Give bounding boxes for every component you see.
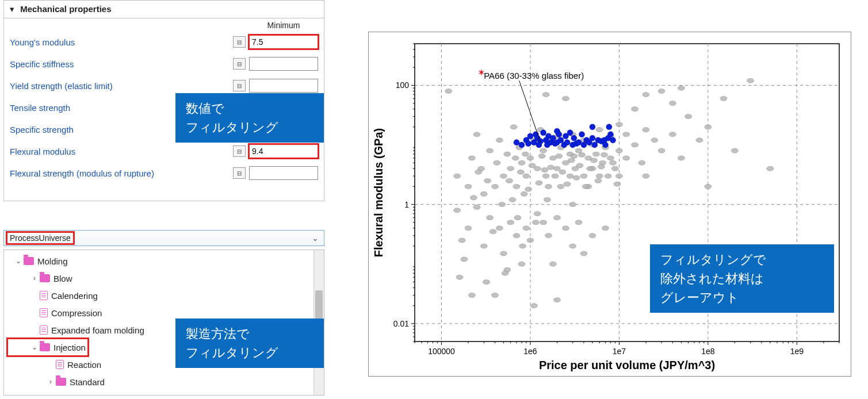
property-name[interactable]: Yield strength (elastic limit) [10, 81, 233, 91]
svg-point-195 [632, 143, 638, 147]
svg-point-301 [610, 137, 615, 143]
svg-point-232 [525, 187, 532, 191]
chevron-right-icon[interactable]: › [45, 378, 56, 386]
svg-point-252 [595, 178, 602, 183]
svg-point-242 [559, 170, 566, 174]
callout-line: 数値で [186, 99, 313, 118]
svg-point-199 [643, 92, 649, 97]
svg-text:Flexural modulus (GPa): Flexural modulus (GPa) [372, 128, 385, 257]
svg-point-299 [606, 124, 612, 130]
svg-point-203 [658, 148, 665, 153]
tree-node[interactable]: › Standard [7, 373, 320, 390]
svg-point-273 [550, 135, 556, 141]
tree-node-label: Molding [37, 256, 68, 266]
svg-point-247 [576, 163, 583, 168]
svg-point-292 [590, 135, 595, 141]
svg-point-225 [506, 178, 513, 183]
property-name[interactable]: Specific stiffness [10, 59, 233, 69]
svg-point-117 [480, 191, 487, 196]
svg-text:Price per unit volume (JPY/m^3: Price per unit volume (JPY/m^3) [539, 359, 715, 371]
svg-point-152 [545, 184, 552, 189]
range-icon[interactable]: ⊟ [233, 36, 246, 48]
svg-point-193 [623, 156, 630, 160]
chevron-down-icon[interactable]: ⌄ [29, 343, 40, 351]
svg-point-220 [484, 178, 491, 183]
chevron-down-icon[interactable]: ⌄ [13, 257, 24, 265]
svg-point-105 [445, 89, 452, 93]
svg-point-284 [571, 135, 577, 141]
svg-point-257 [614, 182, 621, 186]
file-icon [40, 308, 48, 317]
column-header-row: Minimum [4, 18, 324, 31]
min-input[interactable] [249, 79, 318, 93]
min-input[interactable] [249, 144, 318, 158]
svg-point-254 [601, 152, 608, 157]
min-input[interactable] [249, 35, 318, 49]
svg-point-189 [611, 166, 618, 171]
property-name[interactable]: Flexural modulus [10, 147, 233, 156]
chevron-down-icon: ⌄ [310, 233, 320, 243]
svg-point-130 [507, 166, 514, 171]
range-icon[interactable]: ⊟ [233, 58, 246, 70]
svg-text:1e9: 1e9 [790, 347, 804, 356]
svg-line-303 [519, 80, 541, 143]
tree-node[interactable]: ⌄ Molding [7, 252, 320, 270]
svg-point-291 [590, 124, 595, 130]
tree-node-label: Blow [53, 274, 72, 283]
process-combo[interactable]: ProcessUniverse ⌄ [3, 230, 324, 246]
property-name[interactable]: Flexural strength (modulus of rupture) [10, 168, 233, 178]
svg-point-234 [532, 220, 539, 225]
svg-point-255 [605, 174, 611, 178]
panel-header[interactable]: ▾ Mechanical properties [4, 1, 324, 18]
min-input[interactable] [249, 166, 318, 180]
svg-point-180 [589, 233, 596, 238]
svg-point-106 [454, 174, 461, 178]
svg-point-205 [669, 132, 676, 137]
tree-node[interactable]: ⌄ Injection [7, 339, 88, 356]
svg-point-127 [500, 251, 507, 256]
svg-point-172 [575, 220, 582, 225]
svg-point-224 [502, 271, 508, 275]
svg-point-207 [678, 86, 685, 90]
svg-point-125 [496, 226, 503, 231]
property-name[interactable]: Young's modulus [10, 37, 233, 47]
svg-point-297 [602, 142, 608, 148]
svg-point-141 [527, 156, 534, 160]
svg-point-168 [569, 202, 576, 207]
range-icon[interactable]: ⊟ [233, 167, 246, 179]
svg-point-202 [658, 89, 665, 93]
svg-point-174 [580, 174, 587, 178]
svg-point-250 [587, 166, 594, 171]
scatter-chart[interactable]: 1000001e61e71e81e90.011100✶PA66 (30-33% … [368, 32, 851, 377]
svg-point-144 [530, 304, 537, 308]
svg-point-229 [517, 170, 524, 174]
range-icon[interactable]: ⊟ [233, 80, 246, 91]
svg-point-156 [553, 166, 560, 171]
svg-point-216 [767, 166, 774, 171]
tree-node-label: Reaction [67, 360, 101, 370]
chevron-right-icon[interactable]: › [29, 274, 40, 282]
range-icon[interactable]: ⊟ [233, 145, 246, 157]
tree-node[interactable]: › Blow [7, 270, 320, 287]
svg-point-158 [553, 216, 560, 220]
svg-point-194 [623, 132, 630, 137]
svg-point-121 [487, 216, 494, 220]
svg-point-258 [514, 140, 519, 145]
callout-line: 製造方法で [186, 324, 313, 343]
svg-point-155 [549, 262, 556, 266]
svg-text:0.01: 0.01 [393, 319, 409, 328]
tree-node[interactable]: Calendering [7, 287, 320, 304]
svg-point-215 [747, 78, 754, 83]
min-input[interactable] [249, 57, 318, 71]
svg-point-244 [568, 158, 575, 163]
svg-point-134 [513, 233, 520, 238]
tree-node-label: Injection [53, 343, 86, 352]
svg-point-169 [569, 244, 576, 248]
svg-text:1e8: 1e8 [701, 347, 715, 356]
folder-icon [56, 378, 66, 386]
svg-point-268 [541, 130, 546, 136]
svg-point-261 [526, 141, 531, 147]
svg-point-148 [540, 148, 547, 153]
svg-point-128 [504, 152, 511, 156]
svg-point-211 [705, 125, 712, 129]
